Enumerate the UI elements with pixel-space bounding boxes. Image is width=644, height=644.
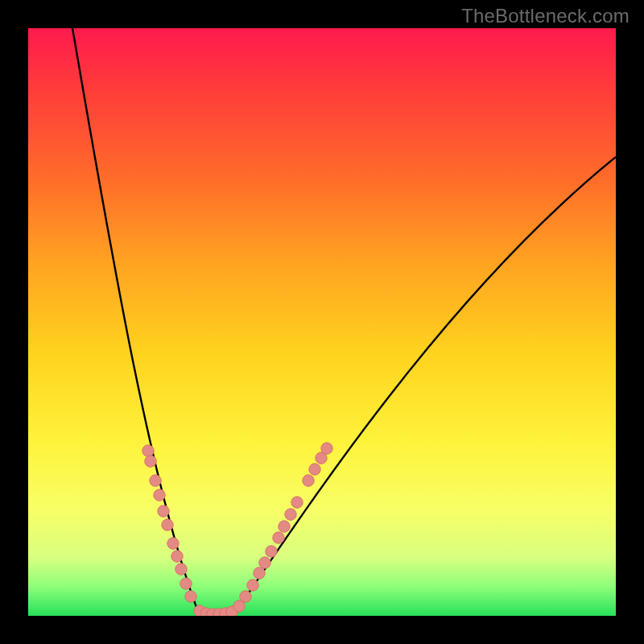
curve-marker [291,497,303,508]
curve-marker [266,546,277,557]
curve-marker [180,578,192,589]
curve-marker [175,564,187,575]
bottleneck-curve [72,28,616,614]
curve-marker [226,606,237,616]
curve-marker [167,538,179,549]
curve-marker [213,609,225,616]
curve-marker [154,489,165,501]
curve-marker [194,605,205,616]
curve-marker [273,532,284,543]
curve-marker [316,452,327,464]
chart-frame: TheBottleneck.com [0,0,644,644]
bottleneck-curve-svg [28,28,616,616]
curve-markers [142,443,332,616]
curve-marker [145,456,156,467]
curve-marker [207,609,218,616]
curve-marker [200,608,212,616]
curve-marker [303,475,314,486]
curve-marker [233,601,245,612]
curve-marker [247,580,258,591]
curve-marker [171,551,183,562]
curve-marker [321,443,332,454]
curve-marker [259,557,270,568]
curve-marker [162,519,173,530]
curve-marker [279,521,290,532]
curve-marker [158,506,169,517]
curve-marker [185,591,196,602]
curve-marker [309,464,320,475]
watermark-label: TheBottleneck.com [461,5,630,27]
curve-marker [254,568,265,579]
curve-marker [220,608,231,616]
curve-marker [285,509,296,520]
curve-marker [142,445,154,456]
curve-marker [240,591,251,602]
plot-area [28,28,616,616]
curve-marker [150,475,161,486]
